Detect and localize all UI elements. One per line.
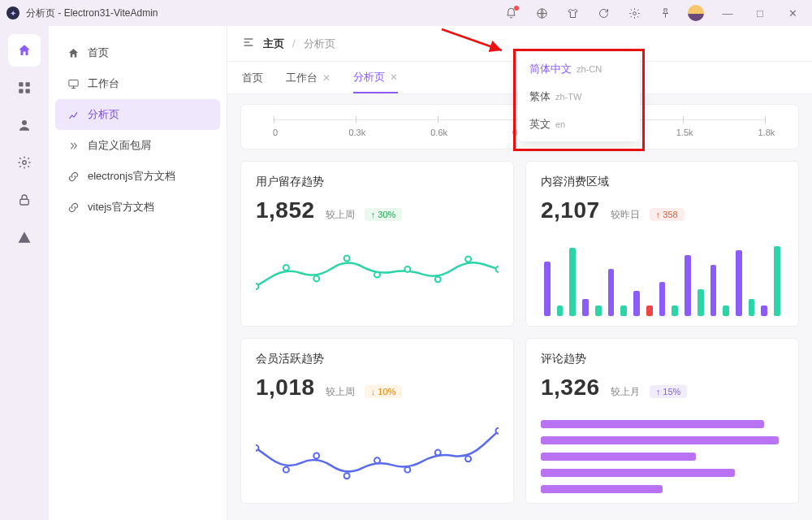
card-title: 用户留存趋势 (256, 175, 499, 189)
card-value: 1,852 (256, 197, 315, 223)
rail-user[interactable] (8, 109, 41, 141)
menu-toggle-icon[interactable] (242, 36, 255, 51)
delta-badge: ↑ 30% (365, 208, 403, 221)
titlebar: ✦ 分析页 - Electron31-ViteAdmin — □ ✕ (0, 0, 812, 26)
tab-workbench[interactable]: 工作台✕ (286, 62, 330, 93)
pin-icon[interactable] (653, 3, 677, 23)
tab-analysis[interactable]: 分析页✕ (353, 62, 398, 93)
svg-point-18 (496, 266, 499, 272)
tab-home[interactable]: 首页 (242, 62, 263, 93)
home-icon (67, 46, 80, 59)
bell-icon[interactable] (499, 3, 523, 23)
shirt-icon[interactable] (560, 3, 585, 23)
refresh-icon[interactable] (591, 3, 615, 23)
sidebar-item-label: vitejs官方文档 (88, 200, 154, 214)
tab-label: 首页 (242, 71, 263, 85)
svg-rect-4 (19, 89, 23, 93)
sidebar-item-label: 工作台 (88, 76, 119, 91)
svg-point-23 (374, 457, 380, 463)
card-title: 会员活跃趋势 (256, 352, 499, 366)
delta-badge: ↑ 15% (650, 385, 688, 398)
delta-badge: ↓ 10% (365, 385, 403, 398)
svg-point-10 (256, 284, 258, 289)
card-title: 评论趋势 (541, 352, 784, 366)
svg-rect-5 (26, 89, 30, 93)
lang-option-zh-tw[interactable]: 繁体zh-TW (518, 83, 640, 110)
sidebar-item-workbench[interactable]: 工作台 (55, 68, 220, 99)
delta-badge: ↑ 358 (650, 208, 685, 221)
close-icon[interactable]: ✕ (322, 72, 330, 84)
chevrons-icon (67, 139, 80, 152)
main: 主页 / 分析页 首页 工作台✕ 分析页✕ 00.3k0.6k0.9k1.2k1… (227, 26, 812, 520)
svg-point-1 (633, 11, 636, 15)
svg-point-13 (344, 256, 350, 262)
card-active: 会员活跃趋势 1,018 较上周 ↓ 10% (240, 338, 514, 504)
nav-rail (0, 26, 49, 520)
gear-icon[interactable] (622, 3, 646, 23)
window-close[interactable]: ✕ (780, 2, 806, 24)
svg-point-21 (313, 453, 319, 458)
rail-home[interactable] (8, 34, 41, 67)
lang-option-zh-cn[interactable]: 简体中文zh-CN (518, 55, 640, 83)
breadcrumb-root[interactable]: 主页 (263, 37, 284, 51)
rail-settings[interactable] (8, 146, 41, 179)
sidebar-item-label: 分析页 (88, 107, 119, 122)
close-icon[interactable]: ✕ (390, 72, 398, 83)
language-menu: 简体中文zh-CN 繁体zh-TW 英文en (518, 52, 640, 141)
breadcrumb-leaf: 分析页 (304, 37, 335, 51)
sidebar-item-home[interactable]: 首页 (55, 37, 220, 68)
chart-consume (541, 238, 784, 316)
card-sub: 较上周 (326, 209, 355, 220)
svg-point-19 (256, 445, 258, 451)
svg-point-24 (404, 467, 410, 473)
chart-retention (256, 238, 499, 316)
svg-point-17 (465, 257, 471, 262)
chart-active (256, 415, 499, 493)
sidebar-item-breadcrumb[interactable]: 自定义面包屑 (55, 130, 220, 161)
desktop-icon (67, 77, 80, 90)
lang-option-en[interactable]: 英文en (518, 110, 640, 138)
svg-rect-3 (26, 82, 30, 86)
globe-icon[interactable] (529, 3, 554, 23)
sidebar-item-label: 自定义面包屑 (88, 138, 151, 153)
card-consume: 内容消费区域 2,107 较昨日 ↑ 358 (525, 161, 799, 327)
sidebar-item-analysis[interactable]: 分析页 (55, 99, 220, 130)
svg-point-6 (22, 120, 27, 125)
chart-icon (67, 108, 80, 121)
svg-point-16 (435, 276, 441, 282)
card-value: 1,326 (541, 375, 600, 400)
svg-point-20 (283, 467, 289, 473)
svg-rect-2 (19, 82, 23, 86)
svg-point-14 (374, 272, 380, 278)
card-sub: 较上月 (611, 386, 640, 397)
sidebar: 首页 工作台 分析页 自定义面包屑 electronjs官方文档 vitejs官… (49, 26, 227, 520)
card-value: 2,107 (541, 197, 600, 223)
card-sub: 较上周 (326, 386, 355, 397)
sidebar-item-electron[interactable]: electronjs官方文档 (55, 161, 220, 192)
window-minimize[interactable]: — (715, 2, 741, 24)
tab-label: 工作台 (286, 71, 317, 85)
sidebar-item-vite[interactable]: vitejs官方文档 (55, 192, 220, 223)
link-icon (67, 170, 80, 183)
window-title: 分析页 - Electron31-ViteAdmin (26, 6, 158, 20)
user-avatar[interactable] (684, 3, 708, 23)
svg-rect-8 (20, 199, 29, 205)
svg-rect-9 (68, 80, 77, 86)
svg-point-7 (23, 161, 27, 165)
tab-label: 分析页 (353, 70, 385, 84)
card-title: 内容消费区域 (541, 175, 784, 189)
card-retention: 用户留存趋势 1,852 较上周 ↑ 30% (240, 161, 514, 327)
sidebar-item-label: 首页 (88, 46, 109, 60)
app-icon: ✦ (6, 6, 19, 20)
card-sub: 较昨日 (611, 209, 640, 220)
link-icon (67, 201, 80, 214)
svg-point-26 (465, 456, 471, 462)
rail-warn[interactable] (8, 221, 41, 254)
svg-point-27 (496, 428, 499, 434)
card-value: 1,018 (256, 375, 315, 400)
window-maximize[interactable]: □ (747, 2, 773, 24)
breadcrumb-sep: / (292, 37, 296, 50)
rail-lock[interactable] (8, 184, 41, 216)
rail-apps[interactable] (8, 72, 41, 104)
svg-point-12 (313, 275, 319, 281)
